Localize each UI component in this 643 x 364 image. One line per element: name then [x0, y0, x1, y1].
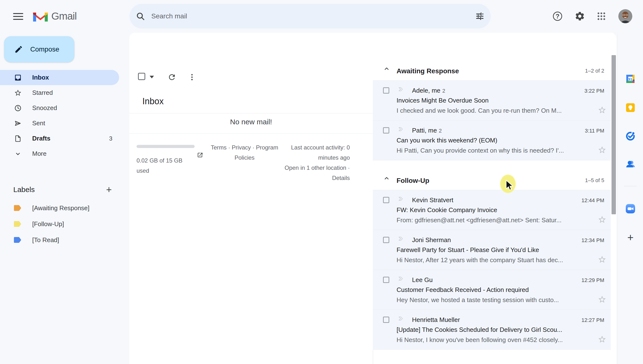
sidebar-label-to-read[interactable]: [To Read]: [0, 232, 129, 248]
section-range: 1–5 of 5: [585, 177, 604, 184]
importance-marker-icon[interactable]: [397, 196, 405, 203]
compose-button[interactable]: Compose: [4, 36, 74, 62]
email-checkbox[interactable]: [383, 127, 389, 134]
email-snippet: Hi Nestor, After 12 years with the compa…: [397, 256, 571, 264]
help-button[interactable]: ?: [549, 8, 566, 25]
importance-marker-icon[interactable]: [397, 275, 405, 283]
email-subject: Customer Feedback Received - Action requ…: [397, 286, 578, 294]
star-toggle-icon[interactable]: [597, 145, 607, 155]
star-toggle-icon[interactable]: [597, 215, 607, 224]
email-time: 12:27 PM: [581, 317, 604, 323]
search-filters-icon[interactable]: [469, 11, 491, 21]
email-time: 12:44 PM: [581, 197, 604, 204]
email-time: 3:11 PM: [585, 128, 604, 134]
label-tag-icon: [14, 204, 22, 212]
add-side-panel-app-button[interactable]: +: [625, 232, 636, 243]
sidebar-item-sent[interactable]: Sent: [0, 116, 129, 131]
email-row[interactable]: Lee Gu 12:29 PM Customer Feedback Receiv…: [373, 270, 611, 310]
add-label-button[interactable]: +: [104, 184, 114, 195]
contacts-icon: [625, 159, 636, 170]
email-subject: Invoices Might Be Overdue Soon: [397, 97, 578, 104]
send-icon: [14, 119, 22, 128]
scrollbar-thumb[interactable]: [611, 55, 616, 214]
more-options-button[interactable]: [186, 71, 198, 83]
inbox-icon: [14, 74, 22, 82]
zoom-icon: [625, 203, 636, 214]
keep-app-button[interactable]: [625, 102, 636, 113]
search-bar[interactable]: [130, 4, 491, 28]
select-dropdown-caret[interactable]: [150, 76, 154, 78]
star-icon: [14, 89, 22, 97]
apps-grid-icon: [596, 11, 606, 21]
email-checkbox[interactable]: [383, 87, 389, 94]
email-checkbox[interactable]: [383, 277, 389, 283]
contacts-app-button[interactable]: [625, 159, 636, 170]
thread-count: 2: [442, 88, 445, 94]
importance-marker-icon[interactable]: [397, 235, 405, 243]
sidebar-item-more[interactable]: More: [0, 146, 129, 161]
mouse-cursor-icon: [505, 180, 516, 192]
sidebar-item-snoozed[interactable]: Snoozed: [0, 100, 129, 116]
search-input[interactable]: [151, 12, 469, 20]
email-checkbox[interactable]: [383, 197, 389, 203]
gmail-m-icon: [33, 10, 49, 22]
importance-marker-icon[interactable]: [397, 126, 405, 134]
zoom-app-button[interactable]: [625, 204, 636, 214]
email-row[interactable]: Kevin Stratvert 12:44 PM FW: Kevin Cooki…: [373, 190, 611, 230]
importance-marker-icon[interactable]: [397, 315, 405, 323]
star-toggle-icon[interactable]: [597, 294, 607, 304]
star-toggle-icon[interactable]: [597, 334, 607, 344]
sidebar-nav: Inbox Starred Snoozed Sent Drafts 3 More: [0, 70, 129, 161]
email-checkbox[interactable]: [383, 237, 389, 243]
email-row[interactable]: Adele, me2 3:22 PM Invoices Might Be Ove…: [373, 80, 611, 120]
plus-icon: +: [627, 232, 633, 244]
account-avatar[interactable]: [618, 9, 632, 23]
search-icon[interactable]: [130, 12, 151, 21]
draft-icon: [14, 134, 22, 143]
chevron-down-icon: [14, 150, 22, 158]
email-subject: Can you work this weekend? (EOM): [397, 137, 578, 144]
select-all-checkbox[interactable]: [138, 73, 145, 80]
email-row[interactable]: Joni Sherman 12:34 PM Farewell Party for…: [373, 230, 611, 270]
email-snippet: Hi Patti, Can you provide context on why…: [397, 147, 571, 154]
section-header-awaiting-response: Awaiting Response 1–2 of 2: [373, 33, 611, 80]
email-row[interactable]: Patti, me2 3:11 PM Can you work this wee…: [373, 120, 611, 160]
app-side-panel: 31 +: [617, 33, 643, 364]
tasks-app-button[interactable]: [625, 130, 636, 141]
sidebar-item-starred[interactable]: Starred: [0, 85, 129, 100]
sidebar-label-awaiting-response[interactable]: [Awaiting Response]: [0, 200, 129, 216]
details-link[interactable]: Details: [332, 174, 350, 181]
main-menu-button[interactable]: [11, 10, 26, 23]
compose-label: Compose: [30, 46, 59, 53]
mail-content-card: Inbox No new mail! 0.02 GB of 15 GB used…: [129, 33, 616, 364]
google-apps-button[interactable]: [593, 8, 610, 25]
calendar-icon: 31: [625, 74, 636, 84]
email-checkbox[interactable]: [383, 316, 389, 323]
calendar-app-button[interactable]: 31: [625, 74, 636, 84]
list-toolbar: [129, 71, 373, 83]
sections-pane: Awaiting Response 1–2 of 2 Adele, me2 3:…: [373, 33, 611, 364]
storage-quota-bar: [137, 145, 195, 148]
importance-marker-icon[interactable]: [397, 86, 405, 94]
refresh-icon: [168, 73, 176, 82]
mailbox-footer: 0.02 GB of 15 GB used Terms · Privacy · …: [129, 139, 373, 192]
gmail-wordmark: Gmail: [51, 10, 77, 22]
email-subject: FW: Kevin Cookie Company Invoice: [397, 206, 578, 214]
collapse-section-icon[interactable]: [384, 66, 390, 73]
star-toggle-icon[interactable]: [597, 105, 607, 115]
sidebar-label-follow-up[interactable]: [Follow-Up]: [0, 216, 129, 232]
divider: [129, 113, 373, 114]
collapse-section-icon[interactable]: [384, 175, 390, 182]
star-toggle-icon[interactable]: [597, 255, 607, 264]
storage-used-text: 0.02 GB of 15 GB used: [137, 156, 197, 176]
divider: [129, 134, 373, 134]
svg-text:31: 31: [628, 77, 632, 81]
side-panel-divider: [624, 186, 637, 186]
refresh-button[interactable]: [166, 71, 178, 83]
sidebar-item-inbox[interactable]: Inbox: [0, 70, 119, 85]
email-row[interactable]: Henrietta Mueller 12:27 PM [Update] The …: [373, 310, 611, 350]
gmail-logo[interactable]: Gmail: [33, 10, 77, 22]
settings-button[interactable]: [571, 8, 588, 25]
email-subject: Farewell Party for Stuart - Please Give …: [397, 246, 578, 254]
sidebar-item-drafts[interactable]: Drafts 3: [0, 131, 129, 146]
